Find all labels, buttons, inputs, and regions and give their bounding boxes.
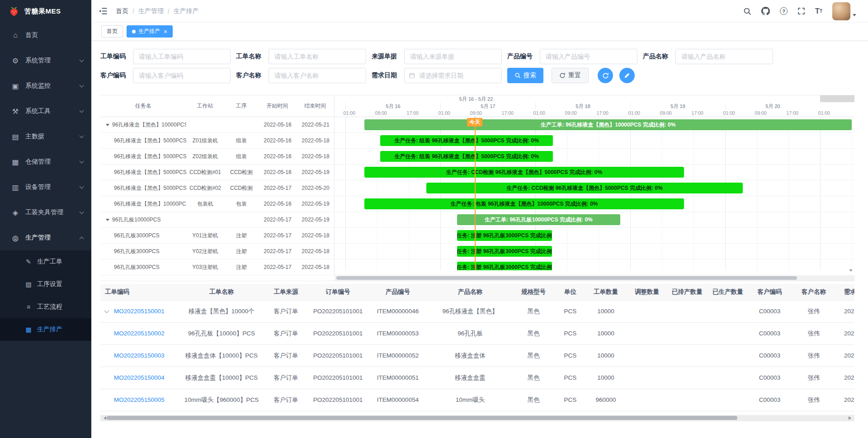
sidebar-item-2[interactable]: ⚙系统管理: [0, 48, 91, 73]
sidebar-item-3[interactable]: ▣系统监控: [0, 73, 91, 99]
sidebar-item-1[interactable]: ⌂首页: [0, 23, 91, 48]
gantt-task-row[interactable]: 96孔孔板3000PCSY03注塑机注塑2022-05-172022-05-18: [100, 259, 334, 275]
orders-hscroll-thumb[interactable]: [107, 416, 737, 420]
gantt-bar-task[interactable]: 生产任务: 包装 96孔移液盒【黑色】10000PCS 完成比例: 0%: [364, 198, 684, 209]
gantt-bar-task[interactable]: 生产任务: 注塑 96孔孔板3000PCS 完成比例: 0%: [457, 262, 552, 270]
task-name-label: 96孔移液盒【黑色】5000PCS: [114, 169, 186, 176]
gantt-task-row[interactable]: 96孔孔板3000PCSY02注塑机注塑2022-05-172022-05-18: [100, 244, 334, 259]
gantt-task-row[interactable]: 96孔孔板10000PCS2022-05-172022-05-19: [100, 212, 334, 228]
orders-cell: 移液盒盒体: [427, 344, 513, 367]
gantt-hscroll-thumb[interactable]: [336, 276, 797, 280]
sidebar-item-7[interactable]: ▥设备管理: [0, 174, 91, 200]
workorder-link[interactable]: MO202205150002: [114, 330, 165, 337]
reset-button[interactable]: 重置: [552, 68, 589, 83]
github-icon[interactable]: [761, 7, 770, 15]
breadcrumb-item-1[interactable]: 首页: [116, 7, 128, 15]
scroll-right-icon[interactable]: [849, 416, 853, 420]
gantt-bar-task[interactable]: 生产任务: CCD检测 96孔移液盒【黑色】5000PCS 完成比例: 0%: [426, 183, 743, 193]
customer-name-input[interactable]: [269, 68, 366, 83]
product-code-input[interactable]: [540, 49, 637, 64]
sidebar-toggle-icon[interactable]: [99, 7, 108, 15]
filter-fields-2: 客户编码客户名称需求日期: [100, 68, 507, 83]
orders-hscrollbar[interactable]: [100, 415, 854, 421]
sidebar-item-4[interactable]: ⚒系统工具: [0, 99, 91, 124]
gantt-task-row[interactable]: 96孔移液盒【黑色】5000PCSZ01组装机组装2022-05-162022-…: [100, 133, 334, 149]
user-menu[interactable]: [832, 2, 856, 20]
sidebar-item-5[interactable]: ▤主数据: [0, 124, 91, 149]
table-row: MO202205150004移液盒盒盖【10000】PCS客户订单PO20220…: [100, 367, 854, 389]
gantt-task-row[interactable]: 96孔移液盒【黑色】10000PCS包装机包装2022-05-162022-05…: [100, 196, 334, 212]
source-doc-input[interactable]: [404, 49, 502, 64]
sidebar-item-6[interactable]: ▦仓储管理: [0, 149, 91, 174]
gantt-bar-task[interactable]: 生产任务: 注塑 96孔孔板3000PCS 完成比例: 0%: [457, 230, 552, 241]
caret-down-icon[interactable]: [106, 219, 109, 221]
edit-schedule-button[interactable]: [619, 68, 635, 83]
gantt-cell: 2022-05-21: [297, 122, 335, 128]
sidebar-subitem-3[interactable]: ≡工艺流程: [0, 296, 91, 318]
gantt-hscrollbar[interactable]: [335, 275, 854, 281]
gantt-cell: 2022-05-16: [259, 169, 297, 175]
product-name-input[interactable]: [675, 49, 773, 64]
tab-close-icon[interactable]: ×: [164, 28, 167, 35]
font-size-icon[interactable]: TT: [815, 8, 822, 15]
search-button-label: 搜索: [524, 71, 536, 80]
gantt-chart-body: 生产工单: 96孔移液盒【黑色】10000PCS 完成比例: 0%生产任务: 组…: [335, 117, 854, 270]
orders-cell: ITEM00000053: [368, 322, 427, 344]
sidebar-item-9[interactable]: ◎生产管理: [0, 225, 91, 250]
sidebar-subitem-4[interactable]: ▦生产排产: [0, 318, 91, 341]
breadcrumb-item-2[interactable]: 生产管理: [138, 7, 164, 15]
gantt-task-row[interactable]: 96孔移液盒【黑色】5000PCSZ02组装机组装2022-05-162022-…: [100, 149, 334, 165]
workorder-name-input[interactable]: [269, 49, 366, 64]
expand-caret-icon[interactable]: [104, 308, 109, 313]
user-avatar[interactable]: [832, 2, 850, 20]
tab-active-dot: [132, 30, 136, 33]
gantt-bar-task[interactable]: 生产任务: 注塑 96孔孔板3000PCS 完成比例: 0%: [457, 246, 552, 257]
gantt-cell: 2022-05-17: [259, 232, 297, 239]
gantt-column-header: 工作站: [186, 102, 224, 110]
gantt-left-header: 任务名工作站工序开始时间结束时间: [100, 95, 334, 117]
gantt-bar-task[interactable]: 生产任务: CCD检测 96孔移液盒【黑色】5000PCS 完成比例: 0%: [364, 167, 684, 178]
gantt-task-row[interactable]: 96孔移液盒【黑色】10000PCS2022-05-162022-05-21: [100, 117, 334, 133]
orders-cell: C00003: [750, 322, 789, 344]
gantt-column-header: 结束时间: [296, 102, 334, 110]
refresh-schedule-button[interactable]: [598, 68, 613, 83]
sidebar-subitem-1[interactable]: ✎生产工单: [0, 250, 91, 273]
workorder-link[interactable]: MO202205150005: [114, 396, 165, 403]
sidebar-item-label: 系统管理: [25, 57, 80, 65]
gantt-hour-label: 01:00: [723, 110, 735, 116]
search-button[interactable]: 搜索: [507, 68, 543, 83]
gantt-bar-order[interactable]: 生产工单: 96孔孔板10000PCS 完成比例: 0%: [457, 214, 620, 225]
scroll-left-icon[interactable]: [102, 416, 106, 420]
gantt-cell: 2022-05-16: [259, 122, 297, 128]
tab-1[interactable]: 首页: [101, 25, 123, 38]
fullscreen-icon[interactable]: [797, 7, 805, 15]
gantt-task-row[interactable]: 96孔移液盒【黑色】5000PCSCCD检测#02CCD检测2022-05-17…: [100, 180, 334, 196]
topbar: 首页/生产管理/生产排产 ? TT: [91, 0, 868, 23]
workorder-link[interactable]: MO202205150004: [114, 374, 165, 381]
gantt-task-row[interactable]: 96孔移液盒【黑色】5000PCSCCD检测#01CCD检测2022-05-16…: [100, 165, 334, 180]
customer-code-input[interactable]: [133, 68, 231, 83]
tab-2[interactable]: 生产排产×: [127, 25, 173, 38]
orders-cell: 客户订单: [264, 322, 307, 344]
customer-code-label: 客户编码: [100, 71, 129, 80]
sidebar-subitem-2[interactable]: ▧工序设置: [0, 273, 91, 296]
orders-cell: [625, 344, 669, 367]
sidebar-item-8[interactable]: ◈工装夹具管理: [0, 200, 91, 225]
workorder-link[interactable]: MO202205150003: [114, 352, 165, 359]
gantt-vscroll-down-icon[interactable]: [849, 269, 853, 273]
gantt-bar-task[interactable]: 生产任务: 组装 96孔移液盒【黑色】5000PCS 完成比例: 0%: [380, 135, 553, 146]
gantt-bar-task[interactable]: 生产任务: 组装 96孔移液盒【黑色】5000PCS 完成比例: 0%: [380, 151, 553, 162]
orders-column-6: 产品名称: [427, 284, 513, 300]
home-icon: ⌂: [11, 31, 20, 39]
orders-cell: MO202205150001: [100, 300, 179, 322]
gantt-task-row[interactable]: 96孔孔板3000PCSY01注塑机注塑2022-05-172022-05-18: [100, 228, 334, 244]
workorder-link[interactable]: MO202205150001: [114, 308, 165, 315]
gantt-panel: 任务名工作站工序开始时间结束时间 96孔移液盒【黑色】10000PCS2022-…: [100, 95, 854, 281]
search-icon[interactable]: [743, 7, 751, 15]
help-icon[interactable]: ?: [780, 7, 788, 15]
gantt-bar-order[interactable]: 生产工单: 96孔移液盒【黑色】10000PCS 完成比例: 0%: [364, 119, 852, 130]
workorder-code-input[interactable]: [133, 49, 231, 64]
demand-date-input[interactable]: [404, 68, 502, 83]
caret-down-icon[interactable]: [106, 124, 109, 126]
chevron-down-icon: [80, 209, 84, 214]
